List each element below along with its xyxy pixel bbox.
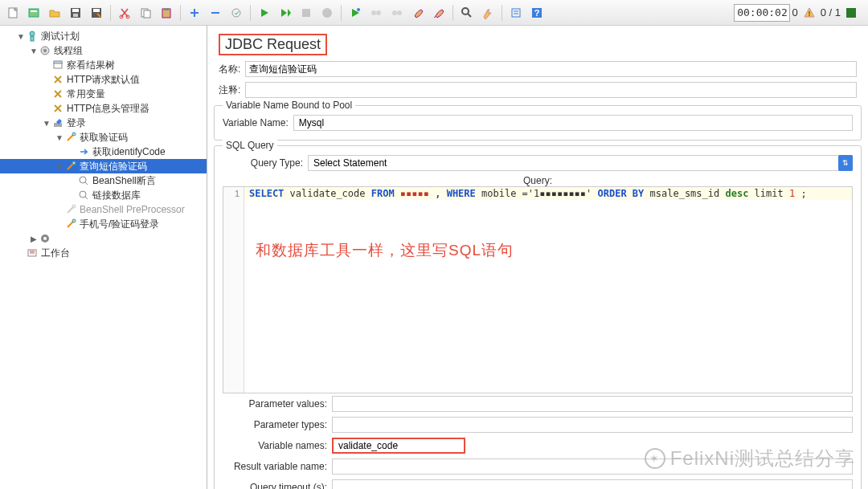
result-var-label: Result variable name: — [223, 461, 327, 472]
tree-login[interactable]: ▼登录 — [0, 116, 207, 130]
expand-icon[interactable] — [185, 3, 204, 22]
svg-point-16 — [322, 8, 332, 18]
svg-rect-33 — [54, 61, 62, 63]
tree-query-sms[interactable]: ▼查询短信验证码 — [0, 159, 207, 173]
sql-fieldset: SQL Query Query Type: ⇅ Query: 1 SELECT … — [214, 145, 862, 489]
query-type-select[interactable] — [308, 155, 853, 171]
svg-point-17 — [357, 8, 360, 11]
svg-point-22 — [462, 8, 469, 14]
chevron-up-down-icon[interactable]: ⇅ — [838, 155, 853, 171]
query-timeout-input[interactable] — [332, 479, 853, 489]
svg-rect-11 — [144, 10, 150, 18]
svg-point-42 — [43, 237, 47, 240]
svg-point-14 — [232, 9, 240, 17]
tree-jdbc-conn[interactable]: 链接数据库 — [0, 188, 207, 202]
tree-beanshell-pre[interactable]: BeanShell PreProcessor — [0, 202, 207, 217]
thread-status-icon — [845, 7, 857, 18]
svg-point-39 — [72, 205, 76, 208]
annotation-text: 和数据库工具一样，这里写SQL语句 — [256, 240, 514, 261]
svg-rect-29 — [31, 36, 34, 41]
remote-stop-icon[interactable] — [387, 3, 407, 22]
tree-thread-group[interactable]: ▼线程组 — [0, 43, 207, 58]
param-types-label: Parameter types: — [223, 419, 327, 430]
thread-count: 0 / 1 — [821, 6, 841, 18]
copy-icon[interactable] — [136, 3, 155, 22]
toggle-icon[interactable] — [227, 3, 246, 22]
search-icon[interactable] — [457, 3, 477, 22]
test-plan-tree[interactable]: ▼测试计划 ▼线程组 察看结果树 HTTP请求默认值 常用变量 HTTP信息头管… — [0, 26, 207, 489]
tree-workbench[interactable]: 工作台 — [0, 246, 207, 260]
open-icon[interactable] — [45, 3, 64, 22]
stop-icon[interactable] — [297, 3, 316, 22]
svg-rect-27 — [846, 8, 856, 18]
paste-icon[interactable] — [157, 3, 176, 22]
clear-all-icon[interactable] — [429, 3, 448, 22]
save-as-icon[interactable] — [87, 3, 106, 22]
editor-pane: JDBC Request 名称: 注释: Variable Name Bound… — [207, 26, 868, 489]
svg-rect-15 — [302, 9, 310, 17]
svg-point-31 — [43, 49, 47, 52]
clear-icon[interactable] — [408, 3, 428, 22]
svg-point-37 — [80, 177, 86, 183]
new-icon[interactable] — [3, 3, 23, 22]
sql-line-1[interactable]: SELECT validate_code FROM ▪▪▪▪▪ , WHERE … — [244, 187, 852, 200]
remote-start-icon[interactable] — [346, 3, 365, 22]
svg-point-21 — [397, 10, 402, 15]
param-types-input[interactable] — [332, 417, 853, 433]
name-label: 名称: — [219, 63, 240, 76]
sql-editor[interactable]: 1 SELECT validate_code FROM ▪▪▪▪▪ , WHER… — [223, 186, 853, 393]
tree-beanshell-assert[interactable]: BeanShell断言 — [0, 173, 207, 188]
templates-icon[interactable] — [24, 3, 43, 22]
reset-search-icon[interactable] — [478, 3, 497, 22]
warning-icon[interactable]: ! — [803, 6, 816, 19]
save-icon[interactable] — [66, 3, 85, 22]
svg-point-40 — [72, 219, 76, 222]
tree-get-code[interactable]: ▼获取验证码 — [0, 130, 207, 145]
variable-name-input[interactable] — [293, 115, 853, 131]
svg-point-18 — [371, 10, 376, 15]
variable-names-input[interactable] — [332, 438, 465, 454]
help-icon[interactable]: ? — [527, 3, 547, 22]
main-toolbar: ? 00:00:02 0 ! 0 / 1 — [0, 0, 868, 26]
param-values-input[interactable] — [332, 396, 853, 412]
query-header: Query: — [223, 173, 853, 186]
cut-icon[interactable] — [115, 3, 134, 22]
comment-label: 注释: — [219, 84, 240, 97]
component-title: JDBC Request — [219, 34, 327, 55]
svg-rect-23 — [512, 9, 520, 17]
tree-identify-code[interactable]: 获取identifyCode — [0, 145, 207, 159]
elapsed-timer: 00:00:02 — [734, 4, 790, 22]
svg-rect-5 — [73, 14, 78, 17]
tree-http-defaults[interactable]: HTTP请求默认值 — [0, 72, 207, 87]
svg-rect-2 — [31, 10, 37, 12]
param-values-label: Parameter values: — [223, 398, 327, 410]
run-icon[interactable] — [255, 3, 274, 22]
svg-point-28 — [30, 31, 35, 36]
variable-names-label: Variable names: — [223, 440, 327, 451]
pool-fieldset: Variable Name Bound to Pool Variable Nam… — [214, 105, 862, 141]
svg-text:!: ! — [808, 10, 810, 18]
function-helper-icon[interactable] — [506, 3, 526, 22]
run-noTimer-icon[interactable] — [276, 3, 295, 22]
svg-point-35 — [72, 132, 76, 136]
query-timeout-label: Query timeout (s): — [223, 482, 327, 489]
name-input[interactable] — [245, 61, 857, 77]
tree-user-vars[interactable]: 常用变量 — [0, 87, 207, 101]
svg-rect-1 — [29, 9, 39, 17]
result-var-input[interactable] — [332, 458, 853, 475]
svg-point-38 — [80, 191, 86, 198]
tree-view-results[interactable]: 察看结果树 — [0, 58, 207, 72]
tree-header-mgr[interactable]: HTTP信息头管理器 — [0, 101, 207, 116]
tree-phone-login[interactable]: 手机号/验证码登录 — [0, 217, 207, 231]
tree-gear[interactable]: ▶ — [0, 231, 207, 246]
shutdown-icon[interactable] — [317, 3, 337, 22]
comment-input[interactable] — [245, 82, 857, 98]
svg-point-19 — [376, 10, 381, 15]
remote-start-all-icon[interactable] — [366, 3, 386, 22]
warn-count: 0 — [792, 6, 797, 18]
tree-test-plan[interactable]: ▼测试计划 — [0, 29, 207, 43]
svg-rect-13 — [164, 8, 169, 10]
svg-rect-7 — [93, 9, 100, 12]
collapse-icon[interactable] — [206, 3, 225, 22]
query-type-label: Query Type: — [223, 157, 303, 169]
